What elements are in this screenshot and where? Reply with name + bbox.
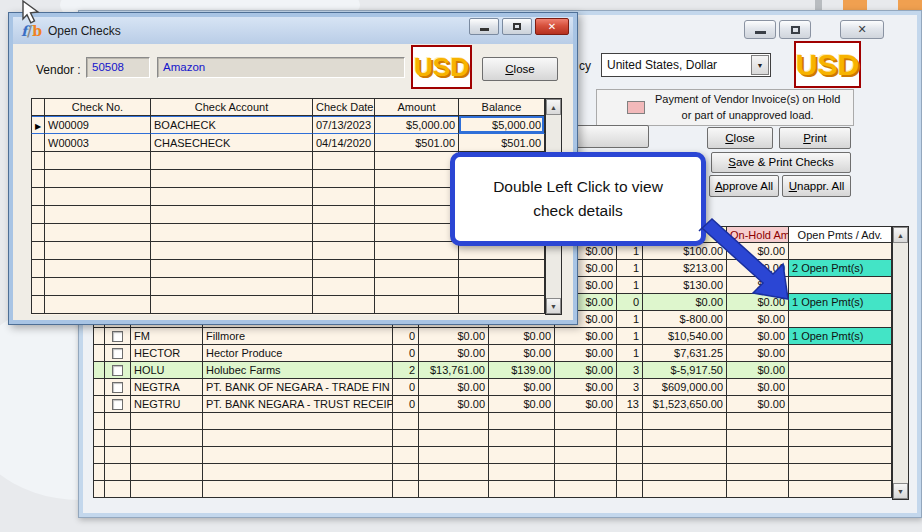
amount4-cell[interactable]: $7,631.25 bbox=[643, 345, 727, 362]
check-no-cell[interactable] bbox=[45, 170, 151, 188]
count1-cell[interactable] bbox=[393, 413, 419, 430]
open-pmts-cell[interactable] bbox=[789, 481, 892, 498]
vendor-name-cell[interactable] bbox=[203, 430, 393, 447]
vendor-code-cell[interactable] bbox=[131, 464, 203, 481]
open-pmts-cell[interactable] bbox=[789, 447, 892, 464]
on-hold-amt-cell[interactable]: $0.00 bbox=[727, 345, 789, 362]
check-no-cell[interactable]: W00003 bbox=[45, 134, 151, 152]
amount-cell[interactable]: $5,000.00 bbox=[375, 116, 459, 134]
amount2-cell[interactable]: $0.00 bbox=[489, 379, 555, 396]
check-no-cell[interactable] bbox=[45, 152, 151, 170]
amount1-cell[interactable] bbox=[419, 481, 489, 498]
count2-cell[interactable]: 3 bbox=[617, 362, 643, 379]
check-account-cell[interactable] bbox=[151, 224, 313, 242]
amount2-cell[interactable] bbox=[489, 464, 555, 481]
check-date-cell[interactable] bbox=[313, 188, 375, 206]
amount-cell[interactable] bbox=[375, 206, 459, 224]
on-hold-amt-cell[interactable] bbox=[727, 447, 789, 464]
amount1-cell[interactable]: $13,761.00 bbox=[419, 362, 489, 379]
row-selector-cell[interactable] bbox=[93, 362, 105, 379]
amount-cell[interactable] bbox=[375, 188, 459, 206]
vendor-name-cell[interactable]: PT. BANK OF NEGARA - TRADE FIN bbox=[203, 379, 393, 396]
vendor-code-cell[interactable] bbox=[131, 430, 203, 447]
vendor-checkbox-cell[interactable] bbox=[105, 430, 131, 447]
check-row[interactable]: W00003 CHASECHECK 04/14/2020 $501.00 $50… bbox=[31, 134, 545, 152]
check-date-cell[interactable] bbox=[313, 260, 375, 278]
amount4-cell[interactable] bbox=[643, 413, 727, 430]
amount-cell[interactable] bbox=[375, 296, 459, 314]
vendor-code-cell[interactable]: NEGTRU bbox=[131, 396, 203, 413]
amount1-cell[interactable]: $0.00 bbox=[419, 328, 489, 345]
balance-cell[interactable] bbox=[459, 260, 545, 278]
amount1-cell[interactable]: $0.00 bbox=[419, 379, 489, 396]
close-window-button[interactable]: ✕ bbox=[840, 20, 884, 39]
count2-cell[interactable]: 13 bbox=[617, 396, 643, 413]
check-date-cell[interactable] bbox=[313, 296, 375, 314]
check-date-cell[interactable]: 04/14/2020 bbox=[313, 134, 375, 152]
vendor-name-cell[interactable]: PT. BANK NEGARA - TRUST RECEIP bbox=[203, 396, 393, 413]
amount1-cell[interactable] bbox=[419, 464, 489, 481]
count2-cell[interactable] bbox=[617, 481, 643, 498]
vendor-checkbox[interactable] bbox=[112, 348, 123, 359]
vendor-code-cell[interactable]: HOLU bbox=[131, 362, 203, 379]
vendor-checkbox-cell[interactable] bbox=[105, 481, 131, 498]
check-row[interactable] bbox=[31, 260, 545, 278]
vendor-code-cell[interactable]: FM bbox=[131, 328, 203, 345]
count1-cell[interactable]: 0 bbox=[393, 396, 419, 413]
amount2-cell[interactable]: $0.00 bbox=[489, 345, 555, 362]
open-pmts-cell[interactable] bbox=[789, 345, 892, 362]
count1-cell[interactable]: 0 bbox=[393, 328, 419, 345]
amount3-cell[interactable]: $0.00 bbox=[555, 328, 617, 345]
vendor-checkbox-cell[interactable] bbox=[105, 379, 131, 396]
amount-cell[interactable] bbox=[375, 170, 459, 188]
row-selector-cell[interactable] bbox=[31, 224, 45, 242]
amount3-cell[interactable]: $0.00 bbox=[555, 345, 617, 362]
count2-cell[interactable]: 1 bbox=[617, 345, 643, 362]
row-selector-cell[interactable] bbox=[31, 170, 45, 188]
vendor-row[interactable] bbox=[93, 430, 892, 447]
dialog-minimize-button[interactable] bbox=[469, 18, 499, 35]
amount2-cell[interactable] bbox=[489, 447, 555, 464]
minimize-button[interactable] bbox=[744, 20, 776, 39]
vendor-code-field[interactable]: 50508 bbox=[86, 57, 150, 78]
open-pmts-cell[interactable] bbox=[789, 396, 892, 413]
vendor-row[interactable] bbox=[93, 413, 892, 430]
check-no-cell[interactable]: W00009 bbox=[45, 116, 151, 134]
open-pmts-cell[interactable] bbox=[789, 362, 892, 379]
amount3-cell[interactable]: $0.00 bbox=[555, 396, 617, 413]
vendor-checkbox-cell[interactable] bbox=[105, 362, 131, 379]
count2-cell[interactable]: 3 bbox=[617, 379, 643, 396]
balance-cell[interactable]: $501.00 bbox=[459, 134, 545, 152]
vendor-checkbox-cell[interactable] bbox=[105, 413, 131, 430]
amount3-cell[interactable] bbox=[555, 430, 617, 447]
dialog-maximize-button[interactable] bbox=[502, 18, 532, 35]
count1-cell[interactable] bbox=[393, 481, 419, 498]
row-selector-cell[interactable] bbox=[93, 396, 105, 413]
check-account-cell[interactable] bbox=[151, 188, 313, 206]
check-account-cell[interactable] bbox=[151, 296, 313, 314]
count2-cell[interactable]: 1 bbox=[617, 328, 643, 345]
scroll-down-icon[interactable]: ▼ bbox=[893, 483, 908, 499]
amount3-cell[interactable] bbox=[555, 447, 617, 464]
check-no-cell[interactable] bbox=[45, 224, 151, 242]
count2-cell[interactable]: 1 bbox=[617, 311, 643, 328]
count2-cell[interactable] bbox=[617, 413, 643, 430]
vendor-row[interactable]: HOLU Holubec Farms 2 $13,761.00 $139.00 … bbox=[93, 362, 892, 379]
row-selector-cell[interactable] bbox=[93, 464, 105, 481]
maximize-button[interactable] bbox=[779, 20, 811, 39]
open-pmts-cell[interactable] bbox=[789, 464, 892, 481]
check-account-cell[interactable] bbox=[151, 170, 313, 188]
check-no-cell[interactable] bbox=[45, 188, 151, 206]
open-pmts-cell[interactable]: 1 Open Pmt(s) bbox=[789, 328, 892, 345]
check-no-cell[interactable] bbox=[45, 296, 151, 314]
row-selector-cell[interactable] bbox=[93, 345, 105, 362]
row-selector-cell[interactable]: ▶ bbox=[31, 116, 45, 134]
vendor-checkbox[interactable] bbox=[112, 382, 123, 393]
open-pmts-cell[interactable] bbox=[789, 413, 892, 430]
vendor-row[interactable]: FM Fillmore 0 $0.00 $0.00 $0.00 1 $10,54… bbox=[93, 328, 892, 345]
vendor-checkbox-cell[interactable] bbox=[105, 464, 131, 481]
vendor-checkbox[interactable] bbox=[112, 331, 123, 342]
amount-cell[interactable] bbox=[375, 224, 459, 242]
row-selector-cell[interactable] bbox=[31, 188, 45, 206]
amount1-cell[interactable] bbox=[419, 413, 489, 430]
